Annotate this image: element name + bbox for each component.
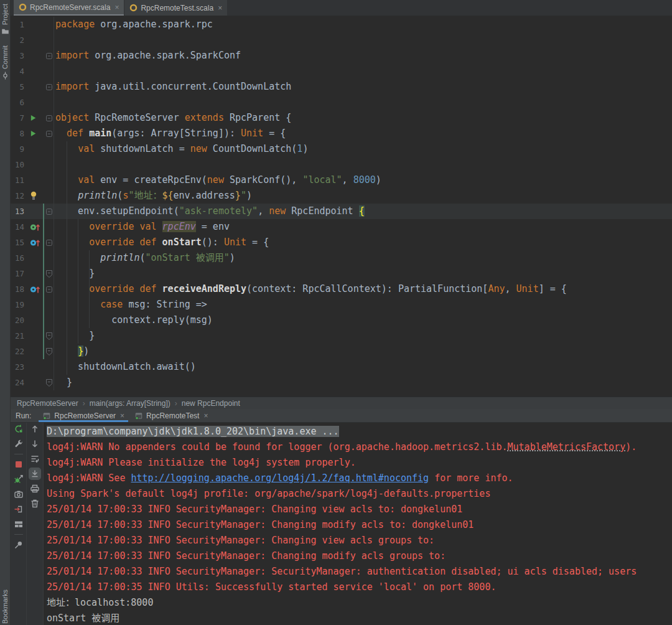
code-text[interactable]: val env = createRpcEnv(new SparkConf(), … bbox=[54, 172, 672, 188]
rerun-icon[interactable] bbox=[14, 424, 24, 434]
code-text[interactable]: println("onStart 被调用") bbox=[54, 250, 672, 266]
text-token: 8000 bbox=[353, 174, 376, 186]
breadcrumb-item[interactable]: main(args: Array[String]) bbox=[90, 399, 170, 408]
close-icon[interactable]: × bbox=[113, 3, 119, 12]
attach-debugger-icon[interactable] bbox=[14, 474, 24, 484]
console-output[interactable]: D:\program\company\jdk\jdk1.8.0_202\bin\… bbox=[44, 423, 672, 625]
run-tab-rpcremotetest[interactable]: RpcRemoteTest× bbox=[129, 409, 213, 422]
fold-marker[interactable] bbox=[43, 204, 54, 219]
run-gutter-icon[interactable] bbox=[29, 126, 43, 141]
tool-window-button-project[interactable]: Project bbox=[0, 4, 10, 35]
code-text[interactable]: } bbox=[54, 266, 672, 281]
fold-marker[interactable] bbox=[43, 328, 54, 344]
breadcrumb-separator: › bbox=[83, 399, 85, 408]
clear-all-icon[interactable] bbox=[30, 499, 40, 509]
breadcrumb-separator: › bbox=[175, 399, 177, 408]
tool-window-button-commit[interactable]: Commit bbox=[0, 45, 10, 80]
code-text[interactable]: object RpcRemoteServer extends RpcParent… bbox=[54, 110, 672, 126]
code-text[interactable]: package org.apache.spark.rpc bbox=[54, 17, 672, 32]
code-text[interactable]: override val rpcEnv = env bbox=[54, 219, 672, 235]
fold-marker[interactable] bbox=[43, 79, 54, 95]
fold-marker[interactable] bbox=[43, 344, 54, 359]
code-text[interactable] bbox=[54, 95, 672, 110]
overriding-member-icon[interactable] bbox=[29, 281, 43, 297]
fold-marker[interactable] bbox=[43, 375, 54, 390]
code-text[interactable]: import java.util.concurrent.CountDownLat… bbox=[54, 79, 672, 95]
code-text[interactable]: println(s"地址：${env.address}") bbox=[54, 188, 672, 204]
close-icon[interactable]: × bbox=[202, 411, 208, 420]
text-token: = env bbox=[196, 221, 230, 232]
fold-marker[interactable] bbox=[43, 110, 54, 126]
text-token: Using Spark's default log4j profile: org… bbox=[47, 488, 490, 499]
fold-marker[interactable] bbox=[43, 281, 54, 297]
code-text[interactable] bbox=[54, 32, 672, 48]
code-text[interactable]: override def receiveAndReply(context: Rp… bbox=[54, 281, 672, 297]
line-number: 13 bbox=[11, 204, 29, 219]
text-token: } bbox=[235, 190, 241, 201]
fold-slot bbox=[43, 63, 54, 79]
code-text[interactable]: } bbox=[54, 375, 672, 390]
run-tab-rpcremoteserver[interactable]: RpcRemoteServer× bbox=[37, 409, 129, 422]
code-text[interactable]: import org.apache.spark.SparkConf bbox=[54, 48, 672, 63]
close-icon[interactable]: × bbox=[217, 4, 222, 12]
console-link[interactable]: http://logging.apache.org/log4j/1.2/faq.… bbox=[131, 472, 429, 484]
stop-icon[interactable] bbox=[14, 459, 24, 469]
code-text[interactable]: shutdownLatch.await() bbox=[54, 359, 672, 375]
text-token: { bbox=[359, 205, 365, 217]
close-icon[interactable]: × bbox=[119, 411, 124, 420]
code-text[interactable]: val shutdownLatch = new CountDownLatch(1… bbox=[54, 141, 672, 157]
text-token: ) bbox=[83, 345, 89, 357]
text-token: " bbox=[241, 190, 246, 201]
text-token: } bbox=[78, 345, 83, 357]
soft-wrap-icon[interactable] bbox=[30, 454, 40, 464]
code-text[interactable]: }) bbox=[54, 344, 672, 359]
text-token: "onStart 被调用" bbox=[146, 252, 230, 263]
breadcrumb-item[interactable]: new RpcEndpoint bbox=[182, 399, 240, 408]
gutter-icon-slot bbox=[29, 157, 43, 172]
scroll-to-end-icon[interactable] bbox=[30, 469, 40, 479]
pin-tab-icon[interactable] bbox=[14, 540, 24, 550]
code-text[interactable]: env.setupEndpoint("ask-remotely", new Rp… bbox=[54, 204, 672, 219]
tool-window-button-bookmarks[interactable]: Bookmarks bbox=[0, 590, 10, 624]
text-token: Any bbox=[488, 283, 505, 294]
fold-marker[interactable] bbox=[43, 266, 54, 281]
up-arrow-icon[interactable] bbox=[30, 424, 40, 434]
editor-tab-rpcremoteserver-scala[interactable]: RpcRemoteServer.scala× bbox=[14, 0, 124, 16]
code-text[interactable] bbox=[54, 63, 672, 79]
code-editor[interactable]: 1package org.apache.spark.rpc23import or… bbox=[11, 16, 672, 397]
line-number: 20 bbox=[11, 312, 29, 328]
gutter-icon-slot bbox=[29, 375, 43, 390]
fold-marker[interactable] bbox=[43, 126, 54, 141]
editor-line: 17 } bbox=[11, 266, 672, 281]
editor-line: 8 def main(args: Array[String]): Unit = … bbox=[11, 126, 672, 141]
text-token: for more info. bbox=[429, 472, 513, 484]
print-icon[interactable] bbox=[30, 484, 40, 494]
text-token: "local" bbox=[302, 174, 342, 186]
console-link[interactable]: MutableMetricsFactory bbox=[508, 441, 626, 453]
code-text[interactable]: override def onStart(): Unit = { bbox=[54, 235, 672, 250]
run-gutter-icon[interactable] bbox=[29, 110, 43, 126]
thread-dump-camera-icon[interactable] bbox=[14, 489, 24, 499]
run-console-panel: D:\program\company\jdk\jdk1.8.0_202\bin\… bbox=[11, 423, 672, 625]
code-text[interactable]: def main(args: Array[String]): Unit = { bbox=[54, 126, 672, 141]
implementing-member-icon[interactable] bbox=[29, 219, 43, 235]
code-text[interactable]: case msg: String => bbox=[54, 297, 672, 312]
code-text[interactable]: } bbox=[54, 328, 672, 344]
console-line: log4j:WARN No appenders could be found f… bbox=[47, 439, 672, 455]
down-arrow-icon[interactable] bbox=[30, 439, 40, 449]
fold-marker[interactable] bbox=[43, 235, 54, 250]
wrench-icon[interactable] bbox=[14, 439, 24, 449]
code-text[interactable] bbox=[54, 157, 672, 172]
text-token: "地址： bbox=[128, 190, 162, 201]
line-number: 18 bbox=[11, 281, 29, 297]
editor-tab-rpcremotetest-scala[interactable]: RpcRemoteTest.scala× bbox=[124, 0, 227, 16]
overriding-member-icon[interactable] bbox=[29, 235, 43, 250]
text-token: SparkConf(), bbox=[224, 174, 302, 186]
fold-marker[interactable] bbox=[43, 48, 54, 63]
gutter-icon-slot bbox=[29, 32, 43, 48]
intention-bulb-icon[interactable] bbox=[29, 188, 43, 204]
code-text[interactable]: context.reply(msg) bbox=[54, 312, 672, 328]
exit-icon[interactable] bbox=[14, 504, 24, 514]
breadcrumb-item[interactable]: RpcRemoteServer bbox=[17, 399, 78, 408]
restore-layout-icon[interactable] bbox=[14, 519, 24, 529]
